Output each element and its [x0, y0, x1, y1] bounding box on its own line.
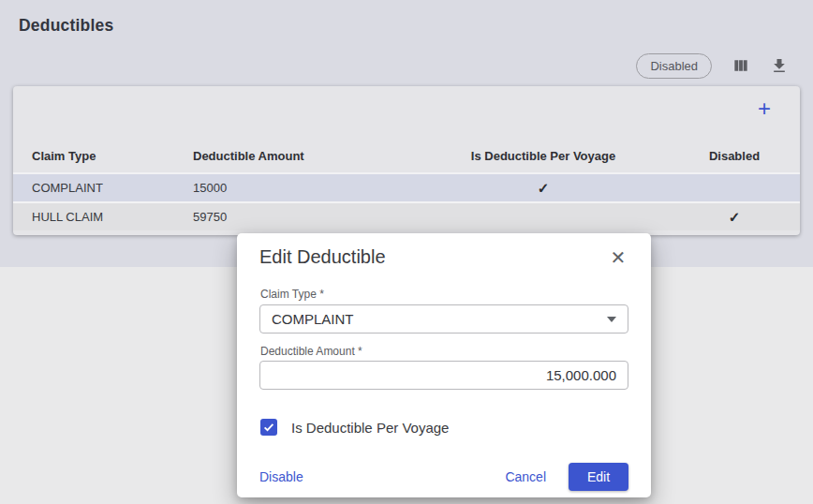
view-columns-icon[interactable]: [732, 56, 750, 75]
add-deductible-button[interactable]: +: [752, 96, 776, 121]
table-row[interactable]: COMPLAINT 15000 ✓ ✓: [13, 172, 800, 201]
cell-claim-type: COMPLAINT: [32, 181, 193, 195]
deductibles-table-card: + Claim Type Deductible Amount Is Deduct…: [13, 86, 800, 235]
cell-deductible-amount: 15000: [193, 181, 408, 195]
checked-checkbox-icon[interactable]: [260, 419, 277, 436]
table-header-row: Claim Type Deductible Amount Is Deductib…: [13, 131, 800, 172]
column-header-deductible-amount: Deductible Amount: [193, 149, 408, 172]
section-toolbar: Disabled: [636, 52, 789, 79]
is-deductible-per-voyage-checkbox-row[interactable]: Is Deductible Per Voyage: [260, 418, 449, 437]
claim-type-label: Claim Type *: [260, 288, 324, 301]
check-icon: ✓: [538, 180, 550, 196]
column-header-claim-type: Claim Type: [32, 149, 193, 172]
edit-button[interactable]: Edit: [569, 463, 628, 491]
dialog-actions: Disable Cancel Edit: [259, 463, 628, 491]
edit-deductible-dialog: Edit Deductible ✕ Claim Type * COMPLAINT…: [237, 233, 651, 497]
claim-type-select[interactable]: COMPLAINT: [259, 304, 628, 334]
column-header-is-deductible-per-voyage: Is Deductible Per Voyage: [408, 149, 678, 172]
cell-claim-type: HULL CLAIM: [32, 210, 193, 224]
cell-disabled: ✓: [678, 180, 791, 197]
chevron-down-icon: [607, 317, 616, 322]
cell-is-deductible-per-voyage: ✓: [408, 180, 678, 197]
check-icon: ✓: [729, 209, 741, 225]
dialog-title: Edit Deductible: [259, 246, 386, 268]
deductible-amount-label: Deductible Amount *: [260, 345, 362, 358]
deductible-amount-input[interactable]: [259, 361, 628, 390]
cell-disabled: ✓: [678, 209, 791, 226]
table-row[interactable]: HULL CLAIM 59750 ✓ ✓: [13, 201, 800, 230]
cell-deductible-amount: 59750: [193, 210, 408, 224]
disabled-filter-label: Disabled: [650, 59, 698, 73]
disabled-filter-button[interactable]: Disabled: [636, 53, 712, 79]
disable-button[interactable]: Disable: [259, 469, 303, 484]
table-toolbar: +: [13, 86, 800, 131]
column-header-disabled: Disabled: [678, 149, 791, 172]
deductibles-section: Deductibles Disabled + Claim Type Deduct…: [0, 0, 813, 267]
claim-type-value: COMPLAINT: [272, 311, 607, 327]
cell-is-deductible-per-voyage: ✓: [408, 209, 678, 226]
checkbox-label: Is Deductible Per Voyage: [291, 420, 449, 436]
cancel-button[interactable]: Cancel: [505, 469, 546, 484]
page-title: Deductibles: [19, 16, 113, 36]
close-icon[interactable]: ✕: [608, 247, 628, 268]
download-icon[interactable]: [770, 56, 789, 75]
